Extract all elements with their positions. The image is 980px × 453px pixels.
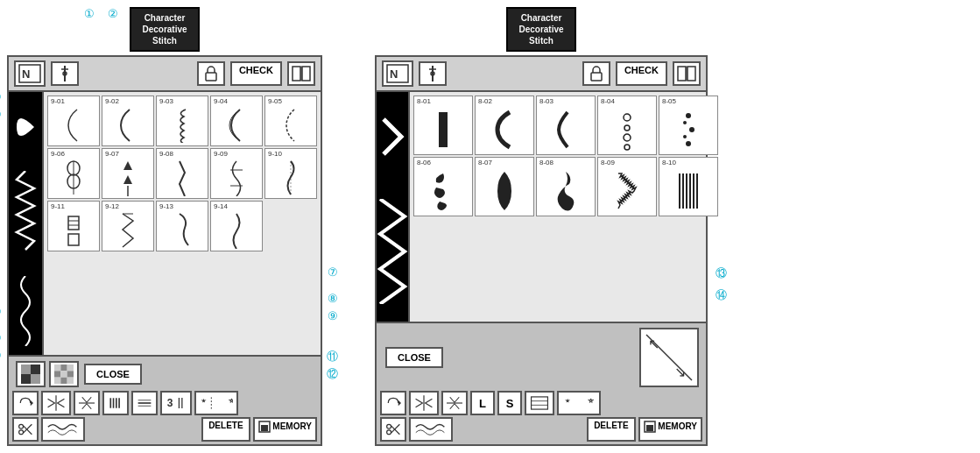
callout-4: ④ [0,331,2,344]
preview-zigzag [10,171,41,258]
svg-rect-20 [31,374,40,384]
right-needle-icon [419,61,447,86]
svg-point-67 [683,121,687,124]
stitch-8-10[interactable]: 8-10 [659,157,718,216]
right-resize-button[interactable]: ↖ ↘ [639,328,699,387]
left-preview-column [9,92,44,355]
callout-11: ⑪ [327,349,338,365]
stitch-8-03[interactable]: 8-03 [536,96,596,155]
left-book-icon[interactable] [287,61,315,86]
left-delete-button[interactable]: DELETE [201,417,250,442]
svg-point-64 [624,134,631,141]
stitch-8-01[interactable]: 8-01 [413,96,473,155]
left-wave-btn[interactable] [41,417,85,442]
stitch-8-06[interactable]: 8-06 [413,157,473,216]
callout-5: ⑤ [0,108,2,121]
right-delete-button[interactable]: DELETE [587,417,635,442]
left-scissors-btn[interactable] [12,417,39,442]
svg-text:↘: ↘ [674,365,686,379]
left-star-pattern-btn[interactable] [194,391,238,415]
right-book-icon[interactable] [673,61,701,86]
stitch-8-05[interactable]: 8-05 [659,96,718,155]
right-preview-chevron [377,110,408,163]
left-stitch-density-btn[interactable] [102,391,129,415]
stitch-9-10[interactable]: 9-10 [264,148,317,199]
right-mirror-btn[interactable] [409,391,439,415]
svg-rect-58 [678,67,686,81]
left-close-button[interactable]: CLOSE [84,364,142,385]
right-stitch-pattern-btn[interactable] [525,391,554,415]
stitch-8-02[interactable]: 8-02 [475,96,534,155]
svg-rect-6 [293,67,300,81]
left-flip-btn[interactable] [74,391,100,415]
svg-rect-24 [60,365,67,371]
left-checkerboard-btn1[interactable] [16,361,46,387]
stitch-row-3: 9-11 9-12 [47,201,317,251]
svg-point-66 [686,113,691,118]
callout-9: ⑨ [328,309,338,322]
right-flip-btn[interactable] [441,391,468,415]
svg-rect-25 [67,365,74,371]
svg-text:3: 3 [167,397,173,409]
right-close-button[interactable]: CLOSE [385,347,443,368]
stitch-8-08[interactable]: 8-08 [536,157,596,216]
left-rotate-btn[interactable] [12,391,39,415]
right-size-L-btn[interactable]: L [470,391,495,415]
svg-point-65 [624,145,630,150]
svg-marker-32 [31,400,33,407]
left-memory-button[interactable]: MEMORY [253,417,317,442]
stitch-9-06[interactable]: 9-06 [47,148,100,199]
callout-8: ⑧ [328,292,338,305]
svg-rect-29 [54,378,60,384]
right-star-pattern-btn[interactable] [557,391,601,415]
right-lock-icon[interactable] [582,61,610,86]
right-title-line1: Character [521,13,562,23]
svg-point-68 [689,127,694,132]
stitch-8-04[interactable]: 8-04 [597,96,657,155]
stitch-9-14[interactable]: 9-14 [210,201,263,251]
right-title-badge: Character Decorative Stitch [506,7,576,52]
stitch-9-07[interactable]: 9-07 [102,148,154,199]
main-container: Character Decorative Stitch ① ② N [0,0,980,453]
svg-rect-59 [687,67,695,81]
left-check-button[interactable]: CHECK [230,61,282,86]
stitch-row-2: 9-06 9-07 [47,148,317,199]
svg-point-70 [686,141,691,146]
right-size-S-btn[interactable]: S [497,391,522,415]
stitch-row-1: 9-01 9-02 9-03 [47,96,317,146]
left-bottom: CLOSE [9,355,321,444]
svg-point-46 [19,424,24,428]
callout-6: ⑥ [0,90,2,103]
left-lock-icon[interactable] [197,61,225,86]
stitch-9-04[interactable]: 9-04 [210,96,263,146]
right-stitch-row-2: 8-06 8-07 [413,157,718,216]
stitch-9-01[interactable]: 9-01 [47,96,100,146]
stitch-9-12[interactable]: 9-12 [102,201,154,251]
svg-line-49 [24,424,32,433]
stitch-9-03[interactable]: 9-03 [156,96,208,146]
stitch-8-07[interactable]: 8-07 [475,157,534,216]
right-title-line3: Stitch [529,36,553,46]
stitch-9-02[interactable]: 9-02 [102,96,154,146]
right-n-button[interactable]: N [382,60,413,87]
right-memory-button[interactable]: MEMORY [638,417,702,442]
left-checkerboard-btn2[interactable] [49,361,79,387]
left-mirror-btn[interactable] [41,391,71,415]
svg-rect-30 [60,378,67,384]
left-n-button[interactable]: N [14,60,46,87]
right-rotate-btn[interactable] [380,391,406,415]
stitch-9-11[interactable]: 9-11 [47,201,100,251]
stitch-8-09[interactable]: 8-09 [597,157,657,216]
left-size-3-btn[interactable]: 3 [160,391,192,415]
right-wave-btn[interactable] [409,417,453,442]
stitch-9-05[interactable]: 9-05 [264,96,317,146]
left-stitch-width-btn[interactable] [131,391,158,415]
right-check-button[interactable]: CHECK [616,61,667,86]
right-scissors-btn[interactable] [380,417,406,442]
stitch-9-08[interactable]: 9-08 [156,148,208,199]
stitch-9-09[interactable]: 9-09 [210,148,263,199]
svg-rect-51 [261,425,268,431]
callout-7: ⑦ [328,265,338,279]
stitch-9-13[interactable]: 9-13 [156,201,208,251]
svg-rect-28 [67,371,74,377]
